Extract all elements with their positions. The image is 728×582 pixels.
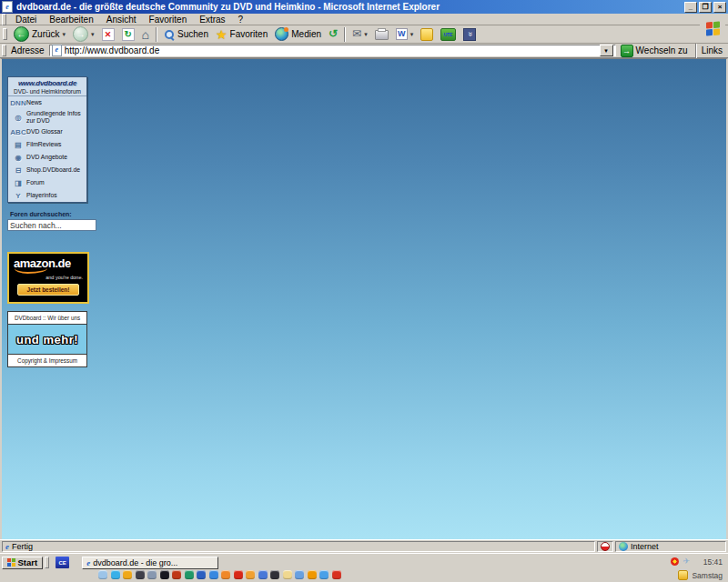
app-shortcut-icon[interactable] (332, 570, 341, 579)
app-shortcut-icon[interactable] (258, 570, 268, 579)
address-url[interactable]: http://www.dvdboard.de (65, 45, 597, 55)
search-button[interactable]: Suchen (160, 28, 212, 41)
titlebar[interactable]: e dvdboard.de - die größte deutsche Comm… (0, 0, 728, 14)
chevrons-tool-button[interactable]: » (460, 27, 480, 42)
sidebar-item[interactable]: ◨ Forum (8, 176, 86, 189)
app-shortcut-icon[interactable] (197, 570, 206, 579)
favorites-star-icon: ★ (216, 28, 228, 41)
edit-with-word-button[interactable]: W ▾ (392, 27, 418, 41)
back-button[interactable]: ← Zurück ▾ (10, 25, 69, 43)
icq-tray-icon[interactable] (671, 557, 679, 566)
close-button[interactable]: × (713, 2, 726, 13)
stop-button[interactable]: ✕ (98, 27, 118, 42)
app-shortcut-icon[interactable] (123, 570, 132, 579)
minimize-button[interactable]: _ (684, 2, 697, 13)
sidebar-item[interactable]: ABC DVD Glossar (8, 125, 86, 138)
favorites-button[interactable]: ★ Favoriten (212, 27, 271, 42)
word-icon: W (396, 28, 408, 40)
sidebar-item[interactable]: DNN News (8, 96, 86, 109)
print-button[interactable] (371, 27, 392, 41)
go-button[interactable]: → Wechseln zu (616, 45, 693, 57)
menu-item[interactable]: Datei (9, 15, 43, 25)
nav-item-icon: ◨ (10, 179, 26, 187)
app-shortcut-icon[interactable] (308, 570, 317, 579)
start-button[interactable]: Start (2, 557, 43, 569)
sidebar-item[interactable]: Y Playerinfos (8, 189, 86, 202)
menu-item[interactable]: Ansicht (100, 15, 143, 25)
info-box: DVDboard :: Wir über uns und mehr! Copyr… (7, 311, 87, 367)
nav-item-label: Playerinfos (26, 192, 57, 199)
plane-tray-icon[interactable]: ✈ (682, 557, 690, 566)
app-shortcut-icon[interactable] (111, 570, 120, 579)
menubar-grip[interactable] (2, 14, 6, 25)
nav-item-icon: DNN (10, 99, 26, 107)
addressbar-grip[interactable] (2, 45, 6, 56)
address-favicon-icon: e (52, 45, 62, 56)
history-button[interactable]: ↺ (325, 27, 341, 41)
mail-button[interactable]: ✉ ▾ (349, 27, 371, 41)
nav-item-label: DVD Glossar (26, 128, 63, 135)
toolbar-grip[interactable] (3, 28, 7, 40)
yellow-tray-icon[interactable] (678, 570, 688, 580)
status-misc-icon (601, 542, 610, 551)
menu-item[interactable]: ? (232, 15, 250, 25)
about-us-link[interactable]: DVDboard :: Wir über uns (8, 312, 86, 324)
home-button[interactable]: ⌂ (138, 27, 153, 42)
app-shortcut-icon[interactable] (98, 570, 107, 579)
clock-time[interactable]: 15:41 (693, 557, 723, 567)
refresh-button[interactable]: ↻ (118, 27, 138, 42)
forward-button[interactable]: → ▾ (69, 25, 98, 43)
restore-button[interactable]: ❐ (699, 2, 712, 13)
forward-icon: → (73, 26, 88, 42)
app-shortcut-icon[interactable] (172, 570, 181, 579)
forward-dropdown-icon[interactable]: ▾ (91, 31, 95, 38)
links-toolbar[interactable]: Links (700, 45, 728, 55)
quick-launch-icon[interactable]: CE (56, 557, 69, 568)
forum-search-input[interactable] (7, 219, 96, 231)
app-shortcut-icon[interactable] (295, 570, 304, 579)
task-button[interactable]: e dvdboard.de - die gro... (82, 557, 218, 569)
app-shortcut-icon[interactable] (209, 570, 218, 579)
mail-dropdown-icon[interactable]: ▾ (364, 31, 368, 38)
toolbar-separator (156, 27, 157, 42)
app-shortcut-icon[interactable] (270, 570, 279, 579)
ie-document-icon: e (2, 1, 13, 13)
app-shortcut-icon[interactable] (221, 570, 230, 579)
amazon-logo: amazon.de (14, 257, 87, 269)
nav-item-label: Grundlegende Infos zur DVD (26, 110, 85, 125)
media-button[interactable]: Medien (271, 26, 325, 42)
app-shortcut-icon[interactable] (147, 570, 157, 579)
address-dropdown-button[interactable]: ▾ (600, 45, 613, 56)
address-input[interactable]: e http://www.dvdboard.de ▾ (49, 45, 616, 56)
sidebar-item[interactable]: ▤ FilmReviews (8, 138, 86, 151)
menu-item[interactable]: Favoriten (143, 15, 194, 25)
sidebar-item[interactable]: ⊟ Shop.DVDboard.de (8, 164, 86, 176)
back-dropdown-icon[interactable]: ▾ (63, 31, 66, 38)
sidebar-item[interactable]: ◉ DVD Angebote (8, 151, 86, 164)
sidebar-item[interactable]: ◎ Grundlegende Infos zur DVD (8, 109, 86, 125)
nav-box: www.dvdboard.de DVD- und Heimkinoforum D… (7, 76, 87, 203)
go-label: Wechseln zu (636, 45, 688, 55)
nav-header[interactable]: www.dvdboard.de DVD- und Heimkinoforum (8, 77, 86, 96)
und-mehr-banner[interactable]: und mehr! (8, 324, 86, 355)
app-shortcut-icon[interactable] (319, 570, 329, 579)
app-shortcut-icon[interactable] (283, 570, 292, 579)
quicklaunch-grip[interactable] (45, 557, 49, 568)
amazon-ad-banner[interactable]: amazon.de and you're done. Jetzt bestell… (7, 252, 89, 304)
site-logo[interactable]: www.dvdboard.de (9, 79, 86, 87)
app-shortcut-icon[interactable] (234, 570, 243, 579)
amazon-order-button[interactable]: Jetzt bestellen! (17, 284, 79, 296)
ute-tool-button[interactable]: UTE (437, 27, 460, 42)
page-background: www.dvdboard.de DVD- und Heimkinoforum D… (0, 58, 728, 539)
menu-item[interactable]: Extras (193, 15, 231, 25)
edit-dropdown-icon[interactable]: ▾ (410, 31, 414, 38)
app-shortcut-icon[interactable] (185, 570, 194, 579)
addressbar: Adresse e http://www.dvdboard.de ▾ → Wec… (0, 44, 728, 58)
history-icon: ↺ (329, 28, 338, 40)
copyright-impressum-link[interactable]: Copyright & Impressum (8, 355, 86, 366)
app-shortcut-icon[interactable] (160, 570, 169, 579)
app-shortcut-icon[interactable] (136, 570, 145, 579)
app-shortcut-icon[interactable] (246, 570, 255, 579)
messenger-button[interactable] (417, 27, 437, 42)
menu-item[interactable]: Bearbeiten (43, 15, 99, 25)
